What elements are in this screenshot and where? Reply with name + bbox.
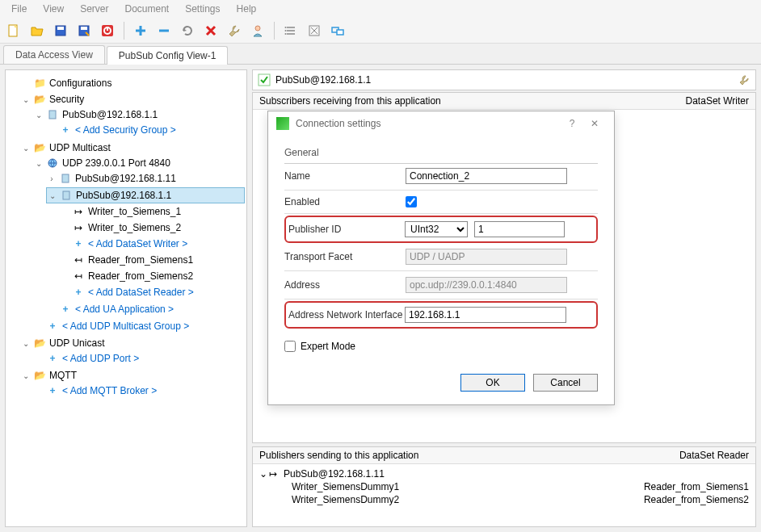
chevron-down-icon[interactable]: ⌄ xyxy=(259,468,269,480)
add-ua-application[interactable]: < Add UA Application > xyxy=(75,304,174,315)
tree-reader2[interactable]: Reader_from_Siemens2 xyxy=(88,270,193,282)
input-publisher-id[interactable] xyxy=(474,221,565,237)
chevron-right-icon[interactable]: › xyxy=(48,174,56,182)
svg-rect-4 xyxy=(81,27,87,30)
group-general-label: General xyxy=(284,147,598,158)
user-icon[interactable] xyxy=(247,20,268,41)
tree-mqtt[interactable]: MQTT xyxy=(49,370,77,381)
chevron-down-icon[interactable]: ⌄ xyxy=(22,371,30,379)
server-icon xyxy=(46,108,59,121)
add-udp-multicast-group[interactable]: < Add UDP Multicast Group > xyxy=(62,320,189,332)
tree-udp-multicast[interactable]: UDP Multicast xyxy=(49,142,111,153)
subscribers-heading: Subscribers receiving from this applicat… xyxy=(259,95,441,107)
connection-settings-dialog: Connection settings ? ✕ General Name xyxy=(267,111,615,405)
label-publisher-id: Publisher ID xyxy=(288,224,405,235)
tree-writer2[interactable]: Writer_to_Siemens_2 xyxy=(88,222,181,233)
input-name[interactable] xyxy=(406,168,567,184)
checkbox-expert-mode[interactable] xyxy=(284,341,296,352)
label-expert-mode: Expert Mode xyxy=(301,341,355,352)
list-icon[interactable] xyxy=(280,20,301,41)
chevron-down-icon[interactable]: ⌄ xyxy=(22,144,30,152)
svg-point-10 xyxy=(285,30,287,31)
export-icon: ↦ xyxy=(72,221,85,234)
cancel-button[interactable]: Cancel xyxy=(533,374,598,392)
tab-pubsub-config[interactable]: PubSub Config View-1 xyxy=(107,46,229,65)
tree-pubsub-11[interactable]: PubSub@192.168.1.1 xyxy=(76,190,171,201)
tree-configurations[interactable]: Configurations xyxy=(49,77,111,89)
tree-udp-group[interactable]: UDP 239.0.0.1 Port 4840 xyxy=(62,157,170,169)
export-icon: ↦ xyxy=(72,205,85,218)
wrench-icon[interactable] xyxy=(224,20,245,41)
menu-server[interactable]: Server xyxy=(72,3,116,15)
open-folder-icon[interactable] xyxy=(27,20,48,41)
export-icon: ↦ xyxy=(269,468,284,480)
menu-view[interactable]: View xyxy=(35,3,72,15)
publisher-row-reader: Reader_from_Siemens2 xyxy=(644,494,749,505)
chevron-down-icon[interactable]: ⌄ xyxy=(35,111,43,119)
chevron-down-icon[interactable]: ⌄ xyxy=(22,339,30,347)
menu-settings[interactable]: Settings xyxy=(177,3,228,15)
delete-icon[interactable] xyxy=(200,20,221,41)
publishers-heading: Publishers sending to this application xyxy=(259,450,418,461)
tree-security[interactable]: Security xyxy=(49,94,84,105)
menu-document[interactable]: Document xyxy=(116,3,177,15)
folder-icon: 📂 xyxy=(33,337,46,350)
globe-icon xyxy=(46,157,59,170)
context-title: PubSub@192.168.1.1 xyxy=(275,74,371,86)
menu-bar: File View Server Document Settings Help xyxy=(0,0,761,18)
chevron-down-icon[interactable]: ⌄ xyxy=(35,159,43,167)
save-as-icon[interactable] xyxy=(74,20,95,41)
svg-rect-17 xyxy=(62,174,69,182)
help-icon[interactable]: ? xyxy=(561,118,583,129)
new-file-icon[interactable] xyxy=(3,20,24,41)
power-icon[interactable] xyxy=(97,20,118,41)
tree-writer1[interactable]: Writer_to_Siemens_1 xyxy=(88,206,181,217)
publishers-col2: DataSet Reader xyxy=(679,450,749,461)
ok-button[interactable]: OK xyxy=(460,374,525,392)
minus-icon[interactable] xyxy=(153,20,174,41)
add-dataset-reader[interactable]: < Add DataSet Reader > xyxy=(88,287,194,298)
add-mqtt-broker[interactable]: < Add MQTT Broker > xyxy=(62,385,157,396)
tree-pubsub-111[interactable]: PubSub@192.168.1.11 xyxy=(75,173,176,184)
toolbar xyxy=(0,18,761,44)
plus-icon: + xyxy=(59,124,72,136)
add-security-group[interactable]: < Add Security Group > xyxy=(75,124,176,136)
publisher-row-name[interactable]: Writer_SiemensDummy2 xyxy=(292,494,399,505)
monitors-icon[interactable] xyxy=(327,20,348,41)
tree-security-pubsub[interactable]: PubSub@192.168.1.1 xyxy=(62,109,158,120)
label-address-iface: Address Network Interface xyxy=(288,309,405,320)
menu-file[interactable]: File xyxy=(3,3,35,15)
publisher-row-name[interactable]: Writer_SiemensDummy1 xyxy=(292,481,399,492)
toolbar-separator xyxy=(124,22,124,40)
tab-data-access[interactable]: Data Access View xyxy=(3,45,105,64)
svg-rect-14 xyxy=(337,30,343,35)
close-icon[interactable]: ✕ xyxy=(583,118,606,129)
add-udp-port[interactable]: < Add UDP Port > xyxy=(62,353,139,364)
input-address-iface[interactable] xyxy=(405,307,566,323)
check-icon xyxy=(258,73,271,86)
save-icon[interactable] xyxy=(50,20,71,41)
chevron-down-icon[interactable]: ⌄ xyxy=(48,191,57,199)
svg-rect-2 xyxy=(57,27,64,30)
add-icon[interactable] xyxy=(130,20,151,41)
select-publisher-id-type[interactable]: UInt32 xyxy=(405,221,468,237)
context-bar: PubSub@192.168.1.1 xyxy=(252,69,756,90)
label-transport-facet: Transport Facet xyxy=(284,251,406,262)
spacer xyxy=(22,79,30,87)
checkbox-enabled[interactable] xyxy=(406,196,417,207)
plus-icon: + xyxy=(46,352,59,365)
chevron-down-icon[interactable]: ⌄ xyxy=(22,95,30,103)
import-icon: ↤ xyxy=(72,253,85,266)
menu-help[interactable]: Help xyxy=(229,3,265,15)
label-enabled: Enabled xyxy=(284,196,406,207)
toolbar-separator xyxy=(274,22,275,40)
refresh-icon[interactable] xyxy=(177,20,198,41)
svg-point-11 xyxy=(285,33,287,35)
import-icon: ↤ xyxy=(72,270,85,283)
tree-udp-unicast[interactable]: UDP Unicast xyxy=(49,337,104,349)
tree-reader1[interactable]: Reader_from_Siemens1 xyxy=(88,254,193,266)
clear-icon[interactable] xyxy=(304,20,325,41)
wrench-icon[interactable] xyxy=(738,73,750,86)
add-dataset-writer[interactable]: < Add DataSet Writer > xyxy=(88,238,187,249)
publisher-root[interactable]: PubSub@192.168.1.11 xyxy=(284,468,385,480)
